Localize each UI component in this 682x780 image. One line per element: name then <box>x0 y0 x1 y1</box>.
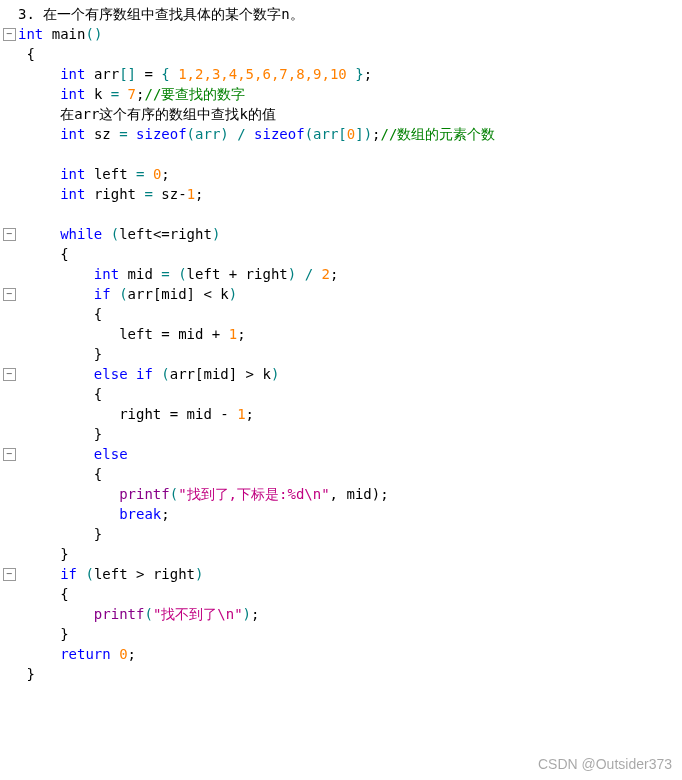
code-line: if (left > right) <box>18 564 682 584</box>
code-line: return 0; <box>18 644 682 664</box>
problem-title: 3. 在一个有序数组中查找具体的某个数字n。 <box>18 4 682 24</box>
code-line: printf("找到了,下标是:%d\n", mid); <box>18 484 682 504</box>
code-line: } <box>18 664 682 684</box>
fold-icon[interactable]: − <box>0 364 18 384</box>
code-line: 在arr这个有序的数组中查找k的值 <box>18 104 682 124</box>
code-line: int left = 0; <box>18 164 682 184</box>
code-line: } <box>18 344 682 364</box>
code-line: int right = sz-1; <box>18 184 682 204</box>
code-line: } <box>18 424 682 444</box>
code-line: int mid = (left + right) / 2; <box>18 264 682 284</box>
code-line: int sz = sizeof(arr) / sizeof(arr[0]);//… <box>18 124 682 144</box>
watermark: CSDN @Outsider373 <box>538 756 672 772</box>
code-line: else if (arr[mid] > k) <box>18 364 682 384</box>
code-line: right = mid - 1; <box>18 404 682 424</box>
code-line: { <box>18 384 682 404</box>
fold-icon[interactable]: − <box>0 24 18 44</box>
fold-icon[interactable]: − <box>0 224 18 244</box>
fold-icon[interactable]: − <box>0 564 18 584</box>
fold-icon[interactable]: − <box>0 284 18 304</box>
code-line: } <box>18 624 682 644</box>
code-line: { <box>18 584 682 604</box>
code-line: int main() <box>18 24 682 44</box>
code-line: int k = 7;//要查找的数字 <box>18 84 682 104</box>
fold-icon[interactable]: − <box>0 444 18 464</box>
code-line: left = mid + 1; <box>18 324 682 344</box>
blank-line <box>18 204 682 224</box>
code-line: { <box>18 44 682 64</box>
blank-line <box>18 144 682 164</box>
code-line: break; <box>18 504 682 524</box>
code-line: } <box>18 544 682 564</box>
code-line: { <box>18 464 682 484</box>
code-line: while (left<=right) <box>18 224 682 244</box>
code-line: if (arr[mid] < k) <box>18 284 682 304</box>
code-line: } <box>18 524 682 544</box>
code-line: { <box>18 304 682 324</box>
code-line: else <box>18 444 682 464</box>
code-line: { <box>18 244 682 264</box>
code-line: int arr[] = { 1,2,3,4,5,6,7,8,9,10 }; <box>18 64 682 84</box>
code-line: printf("找不到了\n"); <box>18 604 682 624</box>
code-block: 3. 在一个有序数组中查找具体的某个数字n。 −int main() { int… <box>0 0 682 684</box>
